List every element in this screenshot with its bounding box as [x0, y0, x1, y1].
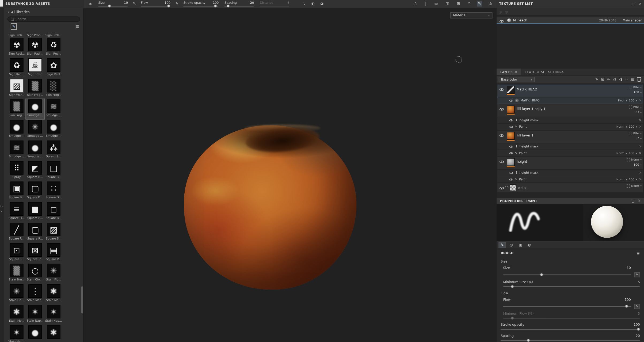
docked-tab-indicator[interactable]	[0, 0, 3, 7]
layer-visibility-toggle[interactable]	[509, 151, 513, 155]
asset-item[interactable]: ☠Sign Toxic	[26, 58, 44, 78]
layer-sub-row[interactable]: ↕height mask×	[497, 117, 643, 123]
brush-filter-button[interactable]: ✎	[11, 24, 17, 30]
property-slider[interactable]	[503, 286, 640, 287]
slider-knob[interactable]	[540, 273, 543, 276]
property-slider[interactable]	[503, 306, 631, 307]
layer-row[interactable]: ▱detailNorm▾	[497, 183, 643, 192]
viewport-mode-dropdown[interactable]: Material ▾	[450, 12, 492, 18]
asset-item[interactable]: □Square B...	[44, 161, 63, 181]
asset-item[interactable]: ✶Stain Nap...	[7, 325, 26, 342]
property-slider[interactable]	[501, 329, 640, 330]
asset-item[interactable]: ●Smudge ...	[26, 140, 44, 160]
asset-item[interactable]: ◩Square B...	[26, 161, 44, 181]
asset-item[interactable]: ▒Skin Frog...	[26, 78, 44, 98]
remove-icon[interactable]: ×	[639, 151, 642, 155]
asset-item[interactable]: ■Square R...	[26, 202, 44, 222]
stroke-shape-icon[interactable]: ✶	[89, 2, 92, 6]
add-fill-layer-icon[interactable]: ◑	[619, 78, 622, 81]
layer-row[interactable]: Fill layer 1Pthr▾57▾	[497, 131, 643, 143]
asset-item[interactable]: ≋Smudge ...	[7, 140, 26, 160]
slider-knob[interactable]	[637, 328, 640, 331]
remove-icon[interactable]: ×	[639, 171, 642, 175]
remove-icon[interactable]: ×	[639, 177, 642, 181]
profile-hard-icon[interactable]: ◕	[319, 1, 325, 7]
asset-item[interactable]: ☢Sign Radi...	[7, 37, 26, 58]
camera-view-icon[interactable]: ⊞	[456, 1, 461, 7]
asset-item[interactable]: ∷Square D...	[44, 181, 63, 201]
remove-icon[interactable]: ×	[639, 118, 642, 122]
asset-item[interactable]: ●	[26, 325, 44, 342]
layer-sub-row[interactable]: ↕height mask×	[497, 170, 643, 176]
add-effect-icon[interactable]: ✎	[595, 78, 599, 81]
param-slider[interactable]	[183, 6, 219, 7]
asset-item[interactable]: ⠿Spray	[7, 161, 26, 181]
asset-item[interactable]: ✶Stain Nap...	[44, 305, 63, 325]
asset-item[interactable]: ⊡Square T...	[7, 243, 26, 263]
layer-visibility-toggle[interactable]	[509, 119, 513, 122]
asset-item[interactable]: ◻Square R...	[44, 202, 63, 222]
property-slider[interactable]	[503, 318, 640, 319]
remove-icon[interactable]: ×	[639, 125, 642, 129]
layer-visibility-toggle[interactable]	[500, 107, 504, 111]
delete-layer-icon[interactable]	[637, 77, 641, 81]
layer-sub-row[interactable]: ↕height mask×	[497, 143, 643, 150]
layer-visibility-toggle[interactable]	[500, 186, 504, 190]
collapsed-panel-edge[interactable]: tss	[0, 8, 4, 342]
toolbar-param[interactable]: Size10	[98, 1, 128, 7]
pause-engine-icon[interactable]: ‖	[424, 1, 428, 7]
close-panel-icon[interactable]: ×	[639, 2, 642, 5]
param-slider[interactable]	[224, 6, 254, 7]
asset-item[interactable]: ●Smudge ...	[7, 120, 26, 140]
add-mask-icon[interactable]: ▦	[631, 78, 635, 81]
tab-layers[interactable]: LAYERS ×	[497, 69, 521, 75]
tab-eraser-icon[interactable]: ◎	[508, 242, 515, 248]
layer-opacity-control[interactable]: 23▾	[629, 111, 642, 114]
asset-item[interactable]: ⊠Square Tr...	[26, 243, 44, 263]
asset-item[interactable]: Sign Proh...	[7, 32, 26, 37]
add-smart-material-icon[interactable]: ⊞	[601, 78, 604, 81]
library-selector[interactable]: › All libraries	[4, 8, 83, 16]
asset-item[interactable]: ░Skin Frog...	[44, 78, 63, 98]
texture-set-filter-icon[interactable]: ◎	[499, 10, 502, 14]
asset-item[interactable]: ▤Square V...	[44, 243, 63, 263]
layer-visibility-toggle[interactable]	[500, 134, 504, 138]
layer-row[interactable]: heightNorm▾100▾	[497, 157, 643, 169]
slider-knob[interactable]	[527, 339, 530, 342]
toolbar-param[interactable]: Spacing20	[224, 1, 254, 7]
asset-item[interactable]: ▨Sign War...	[7, 78, 26, 98]
tab-texture-set-settings[interactable]: TEXTURE SET SETTINGS	[521, 69, 568, 75]
tab-geometry-icon[interactable]: ◐	[526, 242, 533, 248]
blend-mode-control[interactable]: Pthr▾	[629, 86, 642, 89]
viewport-3d[interactable]: Material ▾	[84, 8, 497, 342]
layer-visibility-toggle[interactable]	[509, 171, 513, 174]
paint-tool-icon[interactable]: ✎	[477, 1, 482, 7]
add-procedural-icon[interactable]: ◔	[613, 78, 616, 81]
slider-knob[interactable]	[511, 285, 514, 288]
property-slider[interactable]	[501, 340, 640, 341]
pen-pressure-toggle[interactable]: ✎	[634, 304, 640, 309]
param-slider[interactable]	[260, 6, 289, 7]
layer-visibility-toggle[interactable]	[509, 125, 513, 128]
asset-item[interactable]: ○Stain Circ...	[26, 263, 44, 283]
layer-opacity-control[interactable]: 100▾	[627, 164, 641, 166]
texture-set-visibility-icon[interactable]	[500, 19, 504, 23]
tab-projection-icon[interactable]: ▣	[517, 242, 524, 248]
layer-visibility-toggle[interactable]	[500, 88, 504, 92]
close-panel-icon[interactable]: ×	[638, 199, 641, 203]
close-tab-icon[interactable]: ×	[515, 70, 517, 74]
layer-sub-row[interactable]: ✎PaintNorm▾100▾×	[497, 176, 643, 183]
symmetry-icon[interactable]: Y	[467, 1, 471, 7]
layer-visibility-toggle[interactable]	[509, 145, 513, 148]
add-paint-layer-icon[interactable]: ✏	[607, 78, 610, 81]
expand-panel-icon[interactable]: ◱	[632, 199, 635, 203]
asset-item[interactable]: Sign Proh...	[26, 32, 44, 37]
slider-knob[interactable]	[108, 5, 111, 7]
asset-item[interactable]: ☢Sign Radi...	[26, 37, 44, 58]
layer-row[interactable]: Fill layer 1 copy 1Pthr▾23▾	[497, 104, 643, 117]
asset-item[interactable]: ▨Square S...	[44, 222, 63, 242]
asset-item[interactable]: ✿Sign Vent	[44, 58, 63, 78]
asset-item[interactable]: ✱Stain Mo...	[44, 284, 63, 304]
pen-pressure-icon[interactable]: ✎	[174, 1, 180, 7]
asset-item[interactable]: ▒Skin Frog...	[7, 99, 26, 119]
